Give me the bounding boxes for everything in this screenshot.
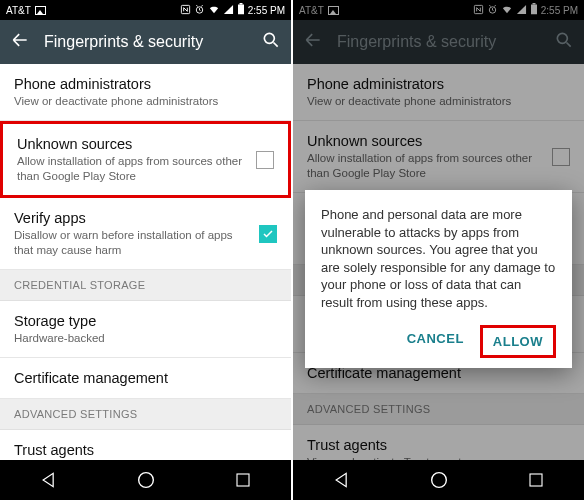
row-title: Verify apps — [14, 210, 249, 226]
nav-bar — [293, 460, 584, 500]
nav-home-icon[interactable] — [426, 467, 452, 493]
row-title: Unknown sources — [17, 136, 246, 152]
unknown-sources-checkbox[interactable] — [256, 151, 274, 169]
svg-rect-13 — [530, 474, 542, 486]
svg-rect-2 — [238, 5, 244, 15]
picture-icon — [35, 6, 46, 15]
row-subtitle: Hardware-backed — [14, 331, 267, 345]
svg-point-4 — [264, 33, 274, 43]
nav-recent-icon[interactable] — [523, 467, 549, 493]
svg-point-12 — [431, 473, 446, 488]
unknown-sources-dialog: Phone and personal data are more vulnera… — [305, 190, 572, 368]
back-icon[interactable] — [10, 30, 30, 54]
row-title: Storage type — [14, 313, 267, 329]
row-phone-administrators[interactable]: Phone administrators View or deactivate … — [0, 64, 291, 121]
row-verify-apps[interactable]: Verify apps Disallow or warn before inst… — [0, 198, 291, 270]
clock-label: 2:55 PM — [248, 5, 285, 16]
cancel-button[interactable]: CANCEL — [397, 325, 474, 358]
svg-rect-6 — [237, 474, 249, 486]
nav-back-icon[interactable] — [36, 467, 62, 493]
row-title: Trust agents — [14, 442, 267, 458]
page-title: Fingerprints & security — [44, 33, 247, 51]
nav-back-icon[interactable] — [329, 467, 355, 493]
wifi-icon — [208, 4, 220, 17]
row-certificate-management[interactable]: Certificate management — [0, 358, 291, 399]
row-trust-agents[interactable]: Trust agents View or deactivate Trust ag… — [0, 430, 291, 460]
row-subtitle: View or deactivate phone administrators — [14, 94, 267, 108]
section-credential-storage: CREDENTIAL STORAGE — [0, 270, 291, 301]
nav-bar — [0, 460, 291, 500]
nav-recent-icon[interactable] — [230, 467, 256, 493]
svg-rect-3 — [239, 3, 242, 5]
search-icon[interactable] — [261, 30, 281, 54]
row-subtitle: Allow installation of apps from sources … — [17, 154, 246, 183]
settings-list: Phone administrators View or deactivate … — [0, 64, 291, 460]
nav-home-icon[interactable] — [133, 467, 159, 493]
alarm-icon — [194, 4, 205, 17]
row-storage-type[interactable]: Storage type Hardware-backed — [0, 301, 291, 358]
verify-apps-checkbox[interactable] — [259, 225, 277, 243]
signal-icon — [223, 4, 234, 17]
dialog-message: Phone and personal data are more vulnera… — [321, 206, 556, 311]
row-subtitle: Disallow or warn before installation of … — [14, 228, 249, 257]
row-unknown-sources[interactable]: Unknown sources Allow installation of ap… — [0, 121, 291, 198]
app-bar: Fingerprints & security — [0, 20, 291, 64]
row-title: Phone administrators — [14, 76, 267, 92]
status-bar: AT&T 2:55 PM — [0, 0, 291, 20]
screenshot-right: AT&T 2:55 PM Fingerprints & security Pho… — [293, 0, 586, 500]
row-title: Certificate management — [14, 370, 267, 386]
svg-point-5 — [138, 473, 153, 488]
screenshot-left: AT&T 2:55 PM Fingerprints & s — [0, 0, 293, 500]
battery-icon — [237, 3, 245, 17]
carrier-label: AT&T — [6, 5, 31, 16]
allow-button[interactable]: ALLOW — [480, 325, 556, 358]
nfc-icon — [180, 4, 191, 17]
section-advanced-settings: ADVANCED SETTINGS — [0, 399, 291, 430]
